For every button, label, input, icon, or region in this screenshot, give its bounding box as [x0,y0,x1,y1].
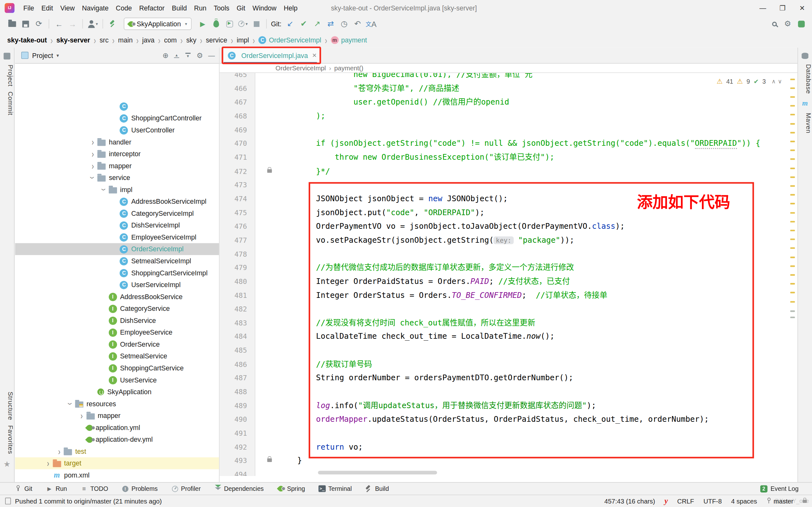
sidebar-item-database[interactable]: Database [798,64,812,94]
menu-file[interactable]: File [20,4,38,12]
stop-button[interactable] [250,18,263,30]
tool-button-git[interactable]: Git [14,485,32,493]
rollback-icon[interactable]: ↶ [351,18,364,30]
tree-item-AddressBookServiceImpl[interactable]: CAddressBookServiceImpl [15,195,219,208]
locate-file-icon[interactable]: ⊕ [162,51,168,60]
breadcrumb-item-impl[interactable]: impl [237,36,249,43]
git-merge-icon[interactable]: ⇄ [324,18,337,30]
history-icon[interactable]: ◷ [338,18,351,30]
next-prev-icons[interactable]: ∧∨ [771,78,784,85]
tree-item-ShoppingCartController[interactable]: CShoppingCartController [15,112,219,124]
tree-item-interceptor[interactable]: ›interceptor [15,148,219,160]
debug-button[interactable] [209,18,223,30]
git-update-icon[interactable]: ↙ [284,18,297,30]
sidebar-item-favorites[interactable]: Favorites [0,425,14,454]
horizontal-scrollbar[interactable] [318,471,437,474]
breadcrumb-method[interactable]: payment() [334,64,363,72]
git-commit-icon[interactable]: ✔ [297,18,310,30]
breadcrumb-item-payment[interactable]: mpayment [331,36,367,43]
favorites-star-icon[interactable]: ★ [0,459,14,469]
tree-item-AddressBookService[interactable]: IAddressBookService [15,291,219,303]
status-message[interactable]: Pushed 1 commit to origin/master (21 min… [15,498,162,505]
menu-view[interactable]: View [57,4,78,12]
menu-git[interactable]: Git [233,4,249,12]
tool-button-run[interactable]: ▶Run [46,485,67,493]
breadcrumb-class[interactable]: OrderServiceImpl [275,64,326,72]
tree-item-handler[interactable]: ›handler [15,136,219,148]
tree-item-service[interactable]: ›service [15,172,219,184]
chevron-collapsed-icon[interactable]: › [88,162,97,170]
line-separator[interactable]: CRLF [677,498,694,505]
breadcrumb-item-src[interactable]: src [100,36,108,43]
tree-item-CategoryServiceImpl[interactable]: CCategoryServiceImpl [15,208,219,220]
tree-item-mapper[interactable]: ›mapper [15,160,219,172]
tree-item-resources[interactable]: ›resources [15,398,219,410]
tree-item-DishServiceImpl[interactable]: CDishServiceImpl [15,219,219,231]
search-icon[interactable] [768,18,781,30]
breadcrumb-item-java[interactable]: java [142,36,154,43]
tree-item-SetmealServiceImpl[interactable]: CSetmealServiceImpl [15,255,219,267]
save-icon[interactable] [19,18,32,30]
menu-navigate[interactable]: Navigate [78,4,112,12]
build-hammer-icon[interactable] [106,18,119,30]
git-branch-widget[interactable]: master [766,498,793,505]
chevron-collapsed-icon[interactable]: › [88,150,97,158]
youtrack-icon[interactable]: y [664,497,668,505]
tree-item-mapper[interactable]: ›mapper [15,410,219,422]
run-configuration-select[interactable]: SkyApplication ▾ [124,18,192,30]
event-log-button[interactable]: 2 Event Log [760,483,799,495]
breadcrumb-item-com[interactable]: com [164,36,177,43]
tree-item-DishService[interactable]: IDishService [15,315,219,327]
breadcrumb-item-OrderServiceImpl[interactable]: COrderServiceImpl [258,36,321,43]
settings-gear-icon[interactable]: ⚙ [781,18,794,30]
file-encoding[interactable]: UTF-8 [704,498,722,505]
breadcrumb-item-main[interactable]: main [118,36,133,43]
tree-item-application.yml[interactable]: application.yml [15,422,219,434]
close-button[interactable]: ✕ [792,0,812,15]
breadcrumb-item-sky[interactable]: sky [186,36,196,43]
user-profile-icon[interactable]: ▾ [86,18,99,30]
tree-item-SetmealService[interactable]: ISetmealService [15,350,219,362]
sidebar-item-maven[interactable]: Maven [798,112,812,133]
back-icon[interactable]: ← [52,18,66,30]
coverage-button[interactable] [223,18,236,30]
menu-tools[interactable]: Tools [210,4,233,12]
open-icon[interactable] [5,18,18,30]
chevron-collapsed-icon[interactable]: › [77,412,86,419]
translate-icon[interactable]: 文A [364,18,378,30]
tree-item-target[interactable]: ›target [15,457,219,469]
menu-build[interactable]: Build [168,4,190,12]
chevron-collapsed-icon[interactable]: › [88,138,97,146]
sidebar-item-project[interactable]: Project [0,65,14,87]
tool-button-terminal[interactable]: >_Terminal [318,485,352,493]
tree-item-OrderServiceImpl[interactable]: COrderServiceImpl [15,243,219,255]
chevron-expanded-icon[interactable]: › [99,186,108,193]
database-icon[interactable] [802,53,808,59]
tool-button-dependencies[interactable]: Dependencies [214,485,264,493]
chevron-expanded-icon[interactable]: › [66,400,75,407]
tool-button-problems[interactable]: !Problems [121,485,158,493]
forward-icon[interactable]: → [66,18,79,30]
sync-icon[interactable]: ⟳ [32,18,45,30]
tool-button-build[interactable]: Build [365,485,389,493]
sidebar-item-structure[interactable]: Structure [0,392,14,420]
chevron-collapsed-icon[interactable]: › [44,459,53,467]
expand-all-icon[interactable] [174,52,180,59]
panel-settings-gear-icon[interactable]: ⚙ [196,51,203,60]
minimize-button[interactable]: — [753,0,773,15]
breadcrumb-item-sky-take-out[interactable]: sky-take-out [7,36,47,43]
tree-item[interactable]: C [15,101,219,112]
menu-code[interactable]: Code [112,4,136,12]
hide-panel-icon[interactable]: — [208,51,215,59]
plugin-icon[interactable] [794,18,808,30]
tree-item-impl[interactable]: ›impl [15,184,219,196]
maven-icon[interactable]: m [798,99,812,107]
tree-item-application-dev.yml[interactable]: application-dev.yml [15,434,219,446]
run-button[interactable]: ▶ [196,18,209,30]
inspections-widget[interactable]: ⚠41 ⚠9 ✔3 ∧∨ [716,78,784,85]
caret-position[interactable]: 457:43 (16 chars) [604,498,655,505]
git-push-icon[interactable]: ↗ [310,18,324,30]
tree-item-EmployeeService[interactable]: IEmployeeService [15,326,219,338]
tree-item-EmployeeServiceImpl[interactable]: CEmployeeServiceImpl [15,231,219,243]
maximize-button[interactable]: ❐ [773,0,792,15]
